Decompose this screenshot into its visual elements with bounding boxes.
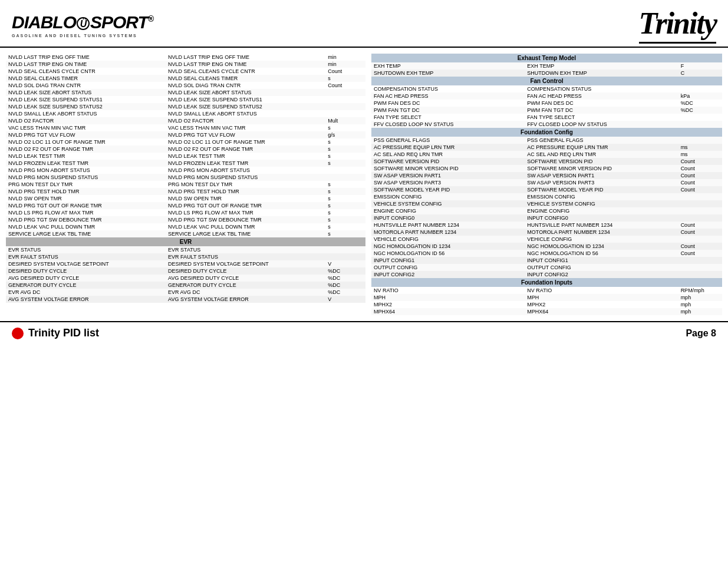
- right-column: Exhaust Temp Model EXH TEMP EXH TEMP F S…: [371, 54, 722, 315]
- row-name: NVLD LEAK VAC PULL DOWN TMR: [6, 223, 166, 230]
- row-unit: s: [325, 209, 365, 216]
- row-name: PWM FAN TGT DC: [371, 107, 525, 114]
- row-desc: NVLD LEAK SIZE ABORT STATUS: [166, 89, 325, 96]
- row-unit: s: [325, 138, 365, 146]
- row-name: SW ASAP VERSION PART1: [371, 172, 525, 179]
- row-unit: %DC: [678, 107, 722, 114]
- row-desc: AC PRESSURE EQUIP LRN TMR: [525, 144, 678, 151]
- right-table-row: ENGINE CONFIG ENGINE CONFIG: [371, 207, 722, 214]
- row-name: NVLD FROZEN LEAK TEST TMR: [6, 160, 166, 167]
- row-desc: EMISSION CONFIG: [525, 193, 678, 200]
- right-table-row: VEHICLE CONFIG VEHICLE CONFIG: [371, 236, 722, 243]
- right-table-row: OUTPUT CONFIG OUTPUT CONFIG: [371, 264, 722, 271]
- right-table-row: SOFTWARE MODEL YEAR PID SOFTWARE MODEL Y…: [371, 186, 722, 193]
- left-table-row: NVLD SMALL LEAK ABORT STATUS NVLD SMALL …: [6, 110, 365, 117]
- row-name: NVLD PRG MON SUSPEND STATUS: [6, 174, 166, 181]
- row-unit: s: [325, 188, 365, 195]
- row-desc: NV RATIO: [525, 287, 678, 294]
- row-unit: %DC: [325, 275, 365, 282]
- row-unit: V: [325, 260, 365, 267]
- row-desc: SOFTWARE VERSION PID: [525, 158, 678, 165]
- row-unit: [678, 257, 722, 264]
- right-table-row: COMPENSATION STATUS COMPENSATION STATUS: [371, 85, 722, 92]
- evr-table-row: DESIRED SYSTEM VOLTAGE SETPOINT DESIRED …: [6, 260, 365, 267]
- row-desc: NGC HOMOLOGATION ID 1234: [525, 243, 678, 250]
- right-table-row: NV RATIO NV RATIO RPM/mph: [371, 287, 722, 294]
- row-desc: INPUT CONFIG0: [525, 214, 678, 222]
- right-table-row: SW ASAP VERSION PART1 SW ASAP VERSION PA…: [371, 172, 722, 179]
- row-name: MPHX2: [371, 301, 525, 308]
- row-name: OUTPUT CONFIG: [371, 264, 525, 271]
- row-desc: NVLD O2 F2 OUT OF RANGE TMR: [166, 146, 325, 153]
- row-unit: s: [325, 160, 365, 167]
- row-desc: NVLD O2 LOC 11 OUT OF RANGE TMR: [166, 138, 325, 146]
- row-unit: [678, 85, 722, 92]
- row-unit: F: [678, 62, 722, 70]
- row-name: MOTOROLA PART NUMBER 1234: [371, 229, 525, 236]
- right-table-row: MPHX64 MPHX64 mph: [371, 308, 722, 315]
- section-header-row: Exhaust Temp Model: [371, 54, 722, 62]
- row-desc: VEHICLE SYSTEM CONFIG: [525, 200, 678, 207]
- row-name: SHUTDOWN EXH TEMP: [371, 70, 525, 77]
- logo-subtitle: GASOLINE AND DIESEL TUNING SYSTEMS: [12, 34, 153, 38]
- row-desc: MOTOROLA PART NUMBER 1234: [525, 229, 678, 236]
- row-desc: NVLD PRG MON SUSPEND STATUS: [166, 174, 325, 181]
- footer-left: Trinity PID list: [12, 327, 99, 339]
- row-name: NVLD PRG MON ABORT STATUS: [6, 167, 166, 174]
- row-desc: INPUT CONFIG2: [525, 271, 678, 278]
- row-name: NVLD PRG TGT SW DEBOUNCE TMR: [6, 216, 166, 223]
- row-name: AC SEL AND REQ LRN TMR: [371, 151, 525, 158]
- row-name: NVLD O2 LOC 11 OUT OF RANGE TMR: [6, 138, 166, 146]
- row-unit: V: [325, 296, 365, 303]
- row-name: GENERATOR DUTY CYCLE: [6, 282, 166, 289]
- row-name: DESIRED SYSTEM VOLTAGE SETPOINT: [6, 260, 166, 267]
- row-unit: ms: [678, 144, 722, 151]
- diablo-logo: DIABLOÜSPORT®: [12, 12, 153, 32]
- right-table-row: AC SEL AND REQ LRN TMR AC SEL AND REQ LR…: [371, 151, 722, 158]
- row-name: HUNTSVILLE PART NUMBER 1234: [371, 222, 525, 229]
- row-name: ENGINE CONFIG: [371, 207, 525, 214]
- row-name: PRG MON TEST DLY TMR: [6, 181, 166, 188]
- row-unit: [678, 121, 722, 128]
- row-unit: %DC: [678, 100, 722, 107]
- page-number: Page 8: [686, 328, 716, 339]
- row-desc: GENERATOR DUTY CYCLE: [166, 282, 325, 289]
- row-desc: NVLD LS PRG FLOW AT MAX TMR: [166, 209, 325, 216]
- row-desc: PWM FAN TGT DC: [525, 107, 678, 114]
- row-name: NVLD LEAK SIZE SUSPEND STATUS1: [6, 96, 166, 103]
- right-table-row: SOFTWARE VERSION PID SOFTWARE VERSION PI…: [371, 158, 722, 165]
- row-name: NVLD LEAK SIZE ABORT STATUS: [6, 89, 166, 96]
- row-unit: s: [325, 202, 365, 209]
- row-unit: s: [325, 75, 365, 82]
- left-table-row: NVLD LEAK VAC PULL DOWN TMR NVLD LEAK VA…: [6, 223, 365, 230]
- row-unit: mph: [678, 301, 722, 308]
- section-header-row: Foundation Config: [371, 128, 722, 137]
- row-name: NV RATIO: [371, 287, 525, 294]
- evr-table-row: EVR AVG DC EVR AVG DC %DC: [6, 289, 365, 296]
- row-unit: [325, 96, 365, 103]
- row-desc: NVLD LEAK TEST TMR: [166, 153, 325, 160]
- row-unit: [325, 89, 365, 96]
- row-unit: mph: [678, 308, 722, 315]
- row-name: AVG SYSTEM VOLTAGE ERROR: [6, 296, 166, 303]
- right-table-row: SW ASAP VERSION PART3 SW ASAP VERSION PA…: [371, 179, 722, 186]
- left-table-row: NVLD LAST TRIP ENG ON TIME NVLD LAST TRI…: [6, 61, 365, 68]
- row-name: SOFTWARE MODEL YEAR PID: [371, 186, 525, 193]
- row-desc: NVLD SEAL CLEANS CYCLE CNTR: [166, 68, 325, 75]
- row-name: NVLD LEAK SIZE SUSPEND STATUS2: [6, 103, 166, 110]
- row-unit: [678, 214, 722, 222]
- row-name: VAC LESS THAN MIN VAC TMR: [6, 124, 166, 131]
- row-unit: Count: [325, 82, 365, 89]
- left-table-row: NVLD LEAK SIZE ABORT STATUS NVLD LEAK SI…: [6, 89, 365, 96]
- row-desc: NVLD FROZEN LEAK TEST TMR: [166, 160, 325, 167]
- row-unit: Count: [678, 250, 722, 257]
- section-header-row: Foundation Inputs: [371, 278, 722, 287]
- row-unit: ms: [678, 151, 722, 158]
- row-desc: NVLD LAST TRIP ENG ON TIME: [166, 61, 325, 68]
- row-unit: [325, 167, 365, 174]
- row-unit: [678, 236, 722, 243]
- row-name: VEHICLE CONFIG: [371, 236, 525, 243]
- row-desc: EVR FAULT STATUS: [166, 253, 325, 260]
- left-table-row: NVLD FROZEN LEAK TEST TMR NVLD FROZEN LE…: [6, 160, 365, 167]
- row-desc: MPHX64: [525, 308, 678, 315]
